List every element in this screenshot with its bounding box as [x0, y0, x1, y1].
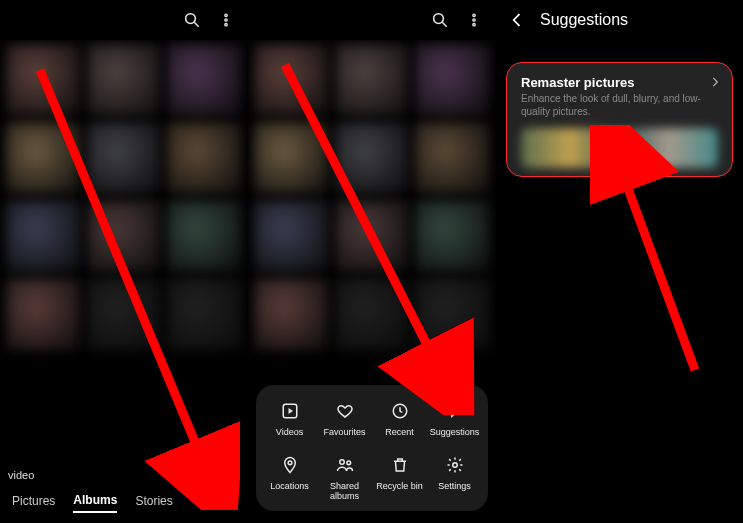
album-thumb[interactable]	[167, 122, 242, 194]
bottom-sheet: Videos Favourites Recent Suggestions Loc…	[256, 385, 488, 511]
sheet-locations[interactable]: Locations	[262, 455, 317, 501]
card-title: Remaster pictures	[521, 75, 718, 90]
gear-icon	[445, 455, 465, 475]
bottom-tabs: Pictures Albums Stories	[0, 483, 248, 523]
svg-point-12	[288, 461, 292, 465]
sheet-recycle-bin[interactable]: Recycle bin	[372, 455, 427, 501]
album-thumb[interactable]	[254, 44, 329, 116]
sheet-suggestions[interactable]: Suggestions	[427, 401, 482, 437]
tab-pictures[interactable]: Pictures	[12, 494, 55, 512]
album-thumb[interactable]	[6, 122, 81, 194]
svg-point-9	[473, 23, 475, 25]
play-icon	[280, 401, 300, 421]
album-thumb[interactable]	[254, 200, 329, 272]
gallery-panel-menu: Videos Favourites Recent Suggestions Loc…	[248, 0, 496, 523]
svg-point-4	[225, 23, 227, 25]
sheet-label: Settings	[438, 481, 471, 491]
sheet-label: Shared albums	[317, 481, 372, 501]
sheet-label: Locations	[270, 481, 309, 491]
album-thumb[interactable]	[335, 44, 410, 116]
chat-icon	[445, 401, 465, 421]
sheet-recent[interactable]: Recent	[372, 401, 427, 437]
svg-point-8	[473, 19, 475, 21]
album-thumb[interactable]	[335, 200, 410, 272]
sheet-shared-albums[interactable]: Shared albums	[317, 455, 372, 501]
sheet-videos[interactable]: Videos	[262, 401, 317, 437]
album-thumb[interactable]	[167, 278, 242, 350]
back-icon[interactable]	[506, 9, 528, 31]
sheet-label: Recent	[385, 427, 414, 437]
svg-point-14	[346, 461, 350, 465]
people-icon	[335, 455, 355, 475]
album-thumb[interactable]	[415, 200, 490, 272]
preview-strip	[521, 128, 718, 168]
album-thumb[interactable]	[167, 44, 242, 116]
album-thumb[interactable]	[415, 122, 490, 194]
gallery-panel-albums: video Pictures Albums Stories	[0, 0, 248, 523]
album-thumb[interactable]	[87, 200, 162, 272]
search-icon[interactable]	[182, 10, 202, 30]
svg-point-15	[452, 463, 457, 468]
sheet-favourites[interactable]: Favourites	[317, 401, 372, 437]
menu-icon[interactable]	[218, 496, 236, 510]
album-thumb[interactable]	[6, 200, 81, 272]
sheet-label: Suggestions	[430, 427, 480, 437]
album-thumb[interactable]	[335, 122, 410, 194]
card-subtitle: Enhance the look of dull, blurry, and lo…	[521, 92, 718, 118]
album-caption: video	[0, 467, 248, 483]
album-thumb[interactable]	[254, 122, 329, 194]
album-thumb[interactable]	[415, 278, 490, 350]
album-thumb[interactable]	[167, 200, 242, 272]
album-thumb[interactable]	[254, 278, 329, 350]
more-icon[interactable]	[216, 10, 236, 30]
clock-icon	[390, 401, 410, 421]
svg-point-7	[473, 14, 475, 16]
album-thumb[interactable]	[415, 44, 490, 116]
toolbar	[0, 0, 248, 40]
svg-line-6	[442, 22, 447, 27]
heart-icon	[335, 401, 355, 421]
tab-stories[interactable]: Stories	[135, 494, 172, 512]
chevron-right-icon	[708, 75, 722, 93]
svg-point-0	[186, 14, 196, 24]
album-thumb[interactable]	[87, 122, 162, 194]
svg-point-13	[339, 460, 344, 465]
album-thumb[interactable]	[87, 278, 162, 350]
album-thumb[interactable]	[6, 278, 81, 350]
page-title: Suggestions	[540, 11, 628, 29]
toolbar	[248, 0, 496, 40]
tab-albums[interactable]: Albums	[73, 493, 117, 513]
suggestions-panel: Suggestions Remaster pictures Enhance th…	[496, 0, 743, 523]
album-grid	[0, 40, 248, 467]
sheet-label: Recycle bin	[376, 481, 423, 491]
album-thumb[interactable]	[87, 44, 162, 116]
album-thumb[interactable]	[6, 44, 81, 116]
svg-line-1	[194, 22, 199, 27]
album-thumb[interactable]	[335, 278, 410, 350]
sheet-label: Videos	[276, 427, 303, 437]
svg-point-3	[225, 19, 227, 21]
svg-point-2	[225, 14, 227, 16]
remaster-card[interactable]: Remaster pictures Enhance the look of du…	[506, 62, 733, 177]
pin-icon	[280, 455, 300, 475]
trash-icon	[390, 455, 410, 475]
search-icon[interactable]	[430, 10, 450, 30]
sheet-settings[interactable]: Settings	[427, 455, 482, 501]
sheet-label: Favourites	[323, 427, 365, 437]
svg-point-5	[434, 14, 444, 24]
header: Suggestions	[496, 0, 743, 40]
more-icon[interactable]	[464, 10, 484, 30]
